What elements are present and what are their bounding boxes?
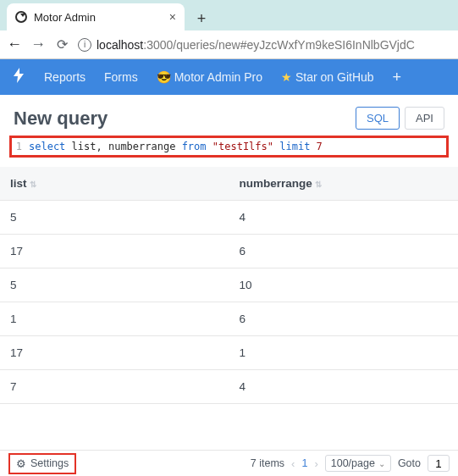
settings-label: Settings [30, 457, 69, 469]
sql-button[interactable]: SQL [356, 107, 400, 130]
sql-limit-value: 7 [310, 141, 322, 152]
gear-icon: ⚙ [16, 457, 26, 470]
col-header-list[interactable]: list⇅ [0, 167, 229, 200]
per-page-label: 100/page [331, 457, 375, 469]
page-title: New query [14, 108, 350, 130]
results-table: list⇅ numberrange⇅ 5 4 17 6 5 10 1 6 17 … [0, 167, 458, 404]
nav-reports[interactable]: Reports [44, 70, 86, 84]
item-count: 7 items [251, 457, 284, 469]
url-path: /queries/new#eyJzcWxfYm9keSI6InNlbGVjdC [173, 38, 415, 52]
cell-numberrange: 1 [229, 336, 459, 369]
nav-star-label: Star on GitHub [295, 70, 374, 84]
cell-list: 5 [0, 268, 229, 302]
cell-list: 5 [0, 201, 229, 234]
goto-input[interactable] [428, 455, 450, 472]
next-page-icon[interactable]: › [314, 457, 317, 470]
address-bar: ← → ⟳ i localhost:3000/queries/new#eyJzc… [0, 30, 458, 59]
col-header-numberrange-label: numberrange [240, 177, 312, 190]
sql-kw-from: from [182, 141, 207, 152]
url-port: :3000 [143, 38, 173, 52]
chevron-down-icon: ⌄ [378, 459, 385, 468]
cell-list: 17 [0, 235, 229, 268]
new-tab-button[interactable]: + [190, 7, 213, 30]
sort-icon: ⇅ [315, 180, 322, 189]
goto-label: Goto [398, 457, 421, 469]
nav-add-button[interactable]: + [393, 69, 402, 86]
browser-tab[interactable]: Motor Admin × [7, 3, 185, 30]
sql-kw-select: select [29, 141, 65, 152]
line-number: 1 [15, 141, 22, 152]
reload-icon[interactable]: ⟳ [54, 36, 69, 53]
sunglasses-icon: 😎 [157, 70, 171, 84]
sql-editor[interactable]: 1 select list, numberrange from "testIlf… [12, 138, 446, 155]
sort-icon: ⇅ [30, 180, 36, 189]
app-nav: Reports Forms 😎Motor Admin Pro ★Star on … [0, 59, 458, 95]
browser-tab-strip: Motor Admin × + [0, 0, 458, 30]
col-header-list-label: list [10, 177, 27, 190]
cell-numberrange: 4 [229, 201, 459, 234]
footer-bar: ⚙ Settings 7 items ‹ 1 › 100/page ⌄ Goto [0, 450, 458, 476]
table-row[interactable]: 7 4 [0, 370, 458, 404]
sql-table: "testIlfs" [207, 141, 280, 152]
site-info-icon[interactable]: i [78, 38, 91, 52]
prev-page-icon[interactable]: ‹ [291, 457, 295, 470]
url-field[interactable]: i localhost:3000/queries/new#eyJzcWxfYm9… [78, 38, 451, 52]
url-host: localhost [97, 38, 143, 52]
logo-icon[interactable] [12, 68, 25, 87]
per-page-select[interactable]: 100/page ⌄ [325, 455, 391, 472]
table-row[interactable]: 17 1 [0, 336, 458, 370]
cell-numberrange: 10 [229, 268, 459, 302]
tab-title: Motor Admin [34, 11, 163, 24]
forward-icon[interactable]: → [30, 36, 46, 53]
api-button[interactable]: API [405, 107, 444, 130]
sql-columns: list, numberrange [65, 141, 181, 152]
table-row[interactable]: 5 4 [0, 201, 458, 235]
col-header-numberrange[interactable]: numberrange⇅ [229, 167, 459, 200]
star-icon: ★ [281, 70, 292, 84]
table-row[interactable]: 17 6 [0, 235, 458, 268]
table-row[interactable]: 5 10 [0, 268, 458, 302]
current-page[interactable]: 1 [301, 457, 307, 469]
close-icon[interactable]: × [169, 10, 176, 24]
sql-kw-limit: limit [279, 141, 310, 152]
nav-pro-label: Motor Admin Pro [174, 70, 262, 84]
pagination: 7 items ‹ 1 › 100/page ⌄ Goto [251, 455, 450, 472]
back-icon[interactable]: ← [7, 36, 22, 53]
sql-text: select list, numberrange from "testIlfs"… [29, 141, 323, 152]
settings-button[interactable]: ⚙ Settings [8, 453, 76, 474]
cell-numberrange: 4 [229, 370, 459, 403]
page-header: New query SQL API [0, 95, 458, 138]
nav-pro[interactable]: 😎Motor Admin Pro [157, 70, 262, 84]
table-row[interactable]: 1 6 [0, 302, 458, 336]
cell-list: 7 [0, 370, 229, 403]
cell-numberrange: 6 [229, 235, 459, 268]
cell-numberrange: 6 [229, 302, 459, 335]
nav-star[interactable]: ★Star on GitHub [281, 70, 374, 84]
cell-list: 17 [0, 336, 229, 369]
favicon-icon [15, 11, 27, 23]
nav-forms[interactable]: Forms [104, 70, 138, 84]
cell-list: 1 [0, 302, 229, 335]
table-header-row: list⇅ numberrange⇅ [0, 167, 458, 201]
